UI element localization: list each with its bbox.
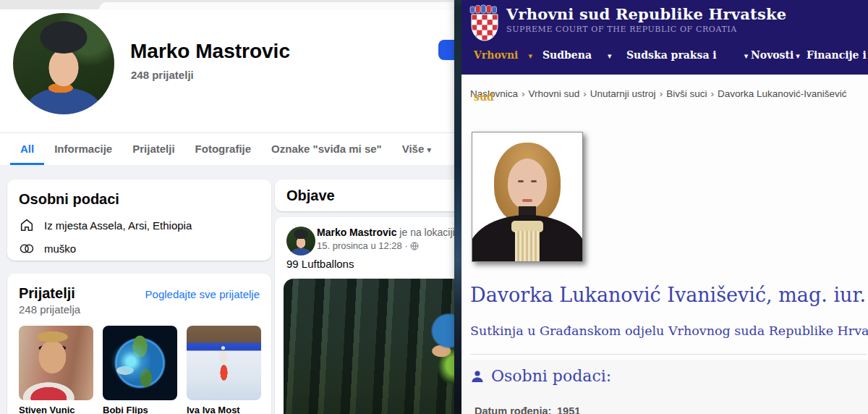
profile-tab-bar: All Informacije Prijatelji Fotografije O… [0, 132, 454, 165]
tab-fotografije[interactable]: Fotografije [185, 133, 262, 165]
clipped-action-button[interactable] [438, 40, 454, 60]
friend-photo-bobi-flips[interactable] [103, 326, 177, 400]
breadcrumb-unutarnji-ustroj[interactable]: Unutarnji ustroj [590, 88, 656, 99]
nav-wrapped-sud-text[interactable]: sud [474, 91, 494, 103]
court-site-subtitle: SUPREME COURT OF THE REPUBLIC OF CROATIA [506, 25, 737, 34]
post-photo-forest[interactable] [284, 279, 454, 414]
profile-avatar[interactable] [13, 13, 114, 114]
post-body-text: 99 Luftballons [286, 258, 354, 270]
judge-portrait-photo [472, 132, 583, 262]
chevron-down-icon: ▾ [427, 145, 431, 155]
friend-tile: Stiven Vunic [19, 326, 93, 414]
nav-item-financije[interactable]: Financije i [807, 49, 867, 61]
breadcrumb-vrhovni-sud[interactable]: Vrhovni sud [529, 88, 580, 99]
post-context-text: je na lokaciji [396, 227, 454, 238]
friend-tile: Iva Iva Most [187, 326, 261, 414]
post-timestamp[interactable]: 15. prosinca u 12:28 · [317, 240, 408, 251]
about-card-title: Osobni podaci [19, 191, 260, 208]
browser-chrome-bar [0, 0, 454, 9]
nav-item-sudska-praksa[interactable]: Sudska praksa i▾ [626, 49, 748, 61]
page-subtitle: Sutkinja u Građanskom odjelu Vrhovnog su… [470, 324, 868, 338]
home-icon [19, 217, 35, 233]
about-card: Osobni podaci Iz mjesta Assela, Arsi, Et… [7, 179, 271, 261]
friend-name[interactable]: Stiven Vunic [19, 405, 93, 414]
gender-row: muško [19, 242, 260, 255]
tab-prijatelji[interactable]: Prijatelji [122, 133, 184, 165]
chevron-down-icon: ▾ [608, 51, 612, 61]
globe-icon [410, 242, 419, 250]
breadcrumb-separator: › [710, 88, 714, 99]
portrait-jabot [515, 231, 540, 261]
gender-text: muško [44, 242, 76, 255]
court-window: Vrhovni sud Republike Hrvatske SUPREME C… [461, 0, 868, 414]
posts-card-title: Objave [286, 187, 335, 204]
post-author-avatar[interactable] [286, 227, 315, 255]
personal-data-heading: Osobni podaci: [470, 367, 611, 385]
breadcrumb-separator: › [660, 88, 663, 99]
breadcrumb-current-page: Davorka Lukanović-Ivanišević [718, 88, 847, 99]
hometown-text: Iz mjesta Assela, Arsi, Ethiopia [44, 219, 192, 232]
breadcrumb-separator: › [583, 88, 587, 99]
profile-header: Marko Mastrovic 248 prijatelji [0, 9, 454, 132]
nav-item-vrhovni[interactable]: Vrhovni▾ [474, 49, 532, 61]
friends-card-title: Prijatelji [19, 285, 75, 302]
post-author-name[interactable]: Marko Mastrovic [317, 227, 396, 238]
tab-oznake[interactable]: Oznake "sviđa mi se" [261, 133, 392, 165]
friend-tile: Bobi Flips [103, 326, 177, 414]
gender-icon [19, 243, 35, 254]
nav-item-novosti[interactable]: Novosti▾ [751, 49, 800, 61]
friend-photo-iva-iva-most[interactable] [187, 326, 261, 400]
friend-count[interactable]: 248 prijatelji [131, 69, 194, 81]
tab-informacije[interactable]: Informacije [44, 133, 122, 165]
section-divider [470, 354, 867, 355]
nav-item-sudbena[interactable]: Sudbena▾ [542, 49, 612, 61]
post-timestamp-row: 15. prosinca u 12:28 · [317, 240, 419, 251]
post-header-line: Marko Mastrovic je na lokaciji Ka [317, 227, 454, 238]
chevron-down-icon: ▾ [796, 51, 800, 61]
profile-name: Marko Mastrovic [130, 40, 290, 63]
birth-date-label: Datum rođenja: [475, 405, 551, 414]
friend-photo-stiven-vunic[interactable] [19, 326, 93, 400]
tab-vise[interactable]: Više▾ [392, 133, 442, 165]
page-title: Davorka Lukanović Ivanišević, mag. iur. [470, 284, 866, 306]
see-all-friends-link[interactable]: Pogledajte sve prijatelje [145, 288, 260, 300]
tab-all[interactable]: All [10, 133, 44, 165]
birth-date-value: 1951 [557, 405, 580, 414]
person-icon [470, 369, 485, 384]
posts-card-header: Objave [275, 179, 454, 211]
chevron-down-icon: ▾ [744, 51, 749, 61]
browser-tab-edge [99, 2, 454, 9]
breadcrumb-bivsi-suci[interactable]: Bivši suci [666, 88, 707, 99]
croatia-coat-of-arms-icon [469, 4, 501, 42]
friends-grid: Stiven Vunic Bobi Flips Iva Iva Most [19, 326, 260, 414]
post-card: Marko Mastrovic je na lokaciji Ka 15. pr… [275, 217, 454, 414]
hometown-row: Iz mjesta Assela, Arsi, Ethiopia [19, 217, 260, 233]
facebook-window: Marko Mastrovic 248 prijatelji All Infor… [0, 0, 454, 414]
chevron-down-icon: ▾ [528, 51, 532, 61]
friends-count-subtitle: 248 prijatelja [19, 303, 260, 316]
friends-card: Prijatelji Pogledajte sve prijatelje 248… [7, 274, 271, 414]
friend-name[interactable]: Bobi Flips [103, 405, 177, 414]
friend-name[interactable]: Iva Iva Most [187, 405, 261, 414]
breadcrumb: Naslovnica›Vrhovni sud›Unutarnji ustroj›… [470, 88, 846, 99]
court-header: Vrhovni sud Republike Hrvatske SUPREME C… [461, 0, 868, 75]
court-site-title[interactable]: Vrhovni sud Republike Hrvatske [506, 5, 786, 23]
breadcrumb-separator: › [522, 88, 525, 99]
